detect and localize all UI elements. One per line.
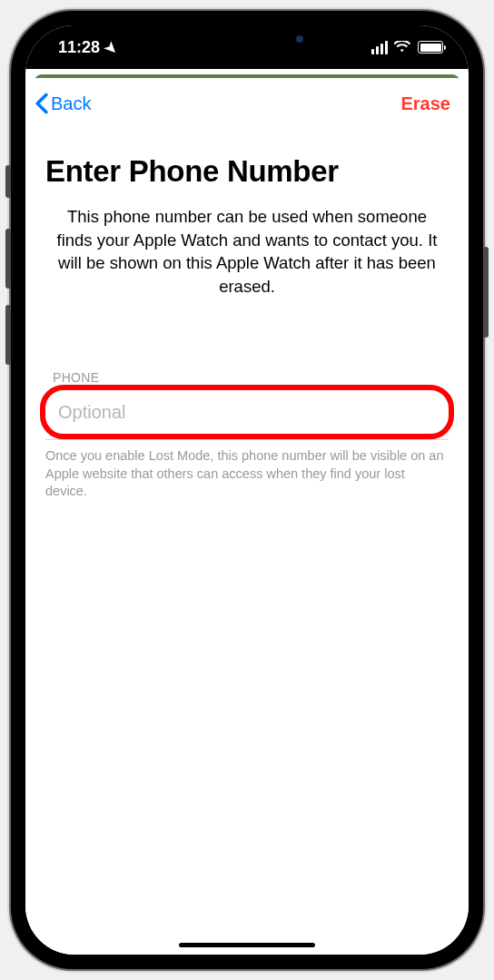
mute-switch: [5, 165, 11, 198]
volume-down-button: [5, 305, 11, 365]
notch: [147, 25, 347, 53]
home-indicator[interactable]: [179, 943, 315, 947]
phone-field-group: PHONE Once you enable Lost Mode, this ph…: [45, 370, 449, 501]
wifi-icon: [394, 41, 411, 54]
cellular-signal-icon: [371, 41, 388, 54]
field-divider: [45, 439, 449, 440]
phone-field-label: PHONE: [45, 370, 449, 385]
back-label: Back: [51, 93, 91, 114]
device-frame: 11:28 ➤: [11, 11, 483, 969]
side-button: [483, 247, 489, 338]
screen: 11:28 ➤: [25, 25, 469, 955]
back-button[interactable]: Back: [35, 93, 91, 114]
phone-input[interactable]: [45, 388, 449, 436]
location-icon: ➤: [101, 37, 122, 58]
page-title: Enter Phone Number: [45, 154, 449, 189]
phone-footnote: Once you enable Lost Mode, this phone nu…: [45, 447, 449, 501]
erase-button[interactable]: Erase: [401, 93, 451, 114]
status-time: 11:28: [58, 38, 100, 57]
battery-icon: [418, 41, 443, 54]
navigation-bar: Back Erase: [25, 78, 469, 122]
page-description: This phone number can be used when someo…: [45, 205, 449, 298]
chevron-left-icon: [35, 93, 49, 114]
modal-sheet: Back Erase Enter Phone Number This phone…: [25, 78, 469, 955]
front-camera: [296, 35, 303, 43]
volume-up-button: [5, 229, 11, 289]
